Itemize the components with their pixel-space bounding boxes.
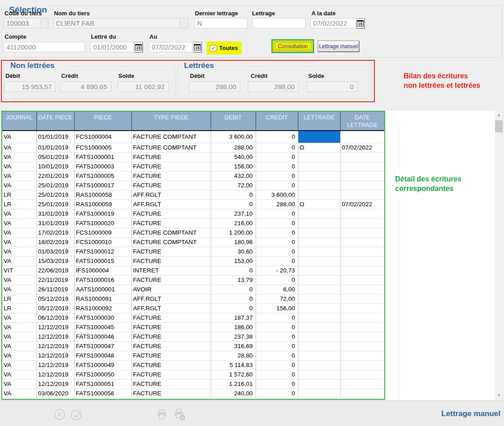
column-header[interactable]: PIECE	[74, 112, 131, 131]
table-cell[interactable]	[340, 228, 384, 237]
table-cell[interactable]: 12/12/2019	[36, 332, 74, 341]
consultation-button[interactable]: Consultation	[274, 41, 312, 51]
table-cell[interactable]	[298, 313, 340, 322]
table-cell[interactable]: 17/02/2019	[36, 228, 74, 237]
table-cell[interactable]: FATS1000003	[74, 162, 131, 171]
table-cell[interactable]: 12/12/2019	[36, 379, 74, 389]
table-cell[interactable]: RAS1000091	[74, 294, 131, 304]
table-row[interactable]: LR25/01/2019RAS1000058AFF.RGLT03 600,00	[2, 190, 384, 199]
table-cell[interactable]: FACTURE	[131, 209, 211, 218]
table-cell[interactable]: AFF.RGLT	[131, 190, 211, 199]
table-cell[interactable]	[298, 218, 340, 228]
table-cell[interactable]	[340, 190, 384, 199]
table-cell[interactable]	[298, 228, 340, 237]
table-cell[interactable]: FCS1000010	[74, 237, 131, 247]
table-cell[interactable]: 0	[211, 266, 256, 275]
column-header[interactable]: DEBIT	[211, 112, 256, 131]
table-cell[interactable]	[298, 152, 340, 162]
column-header[interactable]: CREDIT	[256, 112, 298, 131]
table-cell[interactable]: 0	[211, 285, 256, 294]
table-cell[interactable]: FACTURE	[131, 332, 211, 341]
code-du-tiers-lookup-button[interactable]	[40, 18, 49, 28]
table-cell[interactable]	[298, 237, 340, 247]
table-cell[interactable]: 156,00	[256, 304, 298, 313]
table-cell[interactable]: FCS1000009	[74, 228, 131, 237]
table-cell[interactable]: 0	[211, 304, 256, 313]
nom-du-tiers-input[interactable]	[53, 18, 180, 28]
table-cell[interactable]	[340, 162, 384, 171]
table-cell[interactable]: 0	[256, 209, 298, 218]
scrollbar-thumb[interactable]	[495, 120, 503, 132]
table-cell[interactable]: FACTURE COMPTANT	[131, 228, 211, 237]
table-cell[interactable]: VA	[2, 313, 36, 322]
table-cell[interactable]: FATS1000046	[74, 332, 131, 341]
column-header[interactable]: DATE PIECE	[36, 112, 74, 131]
table-cell[interactable]: VA	[2, 228, 36, 237]
table-cell[interactable]: 0	[256, 152, 298, 162]
table-cell[interactable]: FATS1000017	[74, 181, 131, 190]
table-cell[interactable]: AFF.RGLT	[131, 294, 211, 304]
table-cell[interactable]: 5 114,83	[211, 360, 256, 370]
table-cell[interactable]	[298, 379, 340, 389]
table-cell[interactable]: FACTURE	[131, 389, 211, 398]
table-cell[interactable]: 0	[256, 181, 298, 190]
table-cell[interactable]: FATS1000045	[74, 322, 131, 332]
table-cell[interactable]	[298, 341, 340, 351]
table-cell[interactable]: VA	[2, 332, 36, 341]
table-cell[interactable]: 07/02/2022	[340, 199, 384, 209]
table-cell[interactable]	[298, 209, 340, 218]
table-cell[interactable]	[340, 389, 384, 398]
table-cell[interactable]: 0	[256, 162, 298, 171]
table-cell[interactable]: 288,00	[211, 143, 256, 152]
table-cell[interactable]: 180,96	[211, 237, 256, 247]
table-cell[interactable]: 15/03/2019	[36, 256, 74, 266]
table-cell[interactable]: FATS1000005	[74, 171, 131, 181]
scroll-down-icon[interactable]: ∨	[495, 391, 503, 399]
table-cell[interactable]: 0	[256, 360, 298, 370]
table-cell[interactable]	[340, 285, 384, 294]
table-cell[interactable]: AFF.RGLT	[131, 304, 211, 313]
table-cell[interactable]: 6,00	[256, 285, 298, 294]
table-cell[interactable]: FATS1000015	[74, 256, 131, 266]
table-cell[interactable]: 12/12/2019	[36, 360, 74, 370]
au-input[interactable]	[149, 42, 193, 52]
table-cell[interactable]: FACTURE	[131, 256, 211, 266]
table-cell[interactable]: FATS1000020	[74, 218, 131, 228]
table-cell[interactable]: FACTURE	[131, 162, 211, 171]
table-cell[interactable]: 0	[256, 332, 298, 341]
table-cell[interactable]	[298, 181, 340, 190]
table-cell[interactable]: FACTURE	[131, 351, 211, 360]
table-cell[interactable]	[298, 304, 340, 313]
table-cell[interactable]: 3 600,00	[256, 190, 298, 199]
print-preview-icon[interactable]	[173, 408, 186, 421]
table-cell[interactable]	[340, 131, 384, 143]
table-row[interactable]: VA12/12/2019FATS1000049FACTURE5 114,830	[2, 360, 384, 370]
table-cell[interactable]	[298, 351, 340, 360]
column-header[interactable]: LETTRAGE	[298, 112, 340, 131]
table-cell[interactable]	[340, 304, 384, 313]
table-cell[interactable]: AATS1000001	[74, 285, 131, 294]
table-cell[interactable]: 72,00	[211, 181, 256, 190]
table-cell[interactable]	[340, 332, 384, 341]
table-cell[interactable]: LR	[2, 304, 36, 313]
table-cell[interactable]: 0	[256, 275, 298, 285]
table-cell[interactable]: 22/06/2019	[36, 266, 74, 275]
table-row[interactable]: LR05/12/2019RAS1000092AFF.RGLT0156,00	[2, 304, 384, 313]
table-row[interactable]: VA26/11/2019AATS1000001AVOIR06,00	[2, 285, 384, 294]
table-row[interactable]: VA06/12/2019FATS1000030FACTURE187,370	[2, 313, 384, 322]
table-cell[interactable]: 153,00	[211, 256, 256, 266]
table-cell[interactable]: VA	[2, 171, 36, 181]
table-cell[interactable]: FACTURE	[131, 181, 211, 190]
table-cell[interactable]: VA	[2, 275, 36, 285]
table-cell[interactable]: VA	[2, 360, 36, 370]
table-row[interactable]: VA17/02/2019FCS1000009FACTURE COMPTANT1 …	[2, 228, 384, 237]
table-cell[interactable]: 0	[256, 322, 298, 332]
table-cell[interactable]: 01/03/2019	[36, 247, 74, 256]
table-cell[interactable]: 187,37	[211, 313, 256, 322]
table-cell[interactable]	[340, 294, 384, 304]
table-cell[interactable]: O	[298, 199, 340, 209]
table-cell[interactable]	[340, 322, 384, 332]
table-cell[interactable]: 0	[256, 389, 298, 398]
table-cell[interactable]: RAS1000092	[74, 304, 131, 313]
table-row[interactable]: VA31/01/2019FATS1000020FACTURE216,000	[2, 218, 384, 228]
